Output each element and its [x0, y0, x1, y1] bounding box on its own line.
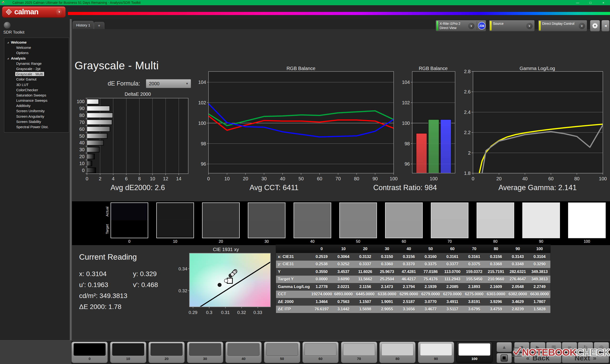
- table-cell: 1.2778: [311, 285, 332, 289]
- section-label: Analysis: [11, 56, 26, 60]
- svg-text:96: 96: [405, 161, 410, 167]
- pattern-patch-50[interactable]: 50: [264, 342, 300, 363]
- pattern-patch-40[interactable]: 40: [225, 342, 262, 363]
- table-cell: 0.3360: [376, 262, 398, 267]
- display-control-dropdown[interactable]: Direct Display Control ▼: [538, 20, 587, 31]
- sidebar-item-grayscale-multi[interactable]: Grayscale - Multi: [4, 71, 69, 77]
- source-dropdown[interactable]: Source ▼: [489, 20, 535, 31]
- pattern-patch-60[interactable]: 60: [302, 342, 338, 363]
- pattern-patch-90[interactable]: 90: [418, 342, 454, 363]
- table-cell: 46.4217: [398, 277, 420, 282]
- patch-swatch: [74, 343, 105, 356]
- stat-avg-cct: Avg CCT: 6411: [249, 183, 299, 192]
- source-chevron-down-icon[interactable]: ▼: [526, 23, 532, 29]
- pattern-patch-70[interactable]: 70: [341, 342, 377, 363]
- pattern-patch-100[interactable]: 100: [456, 342, 493, 363]
- table-cell: 0.3064: [332, 254, 354, 259]
- sidebar-item-options[interactable]: Options: [4, 50, 69, 55]
- meter-dropdown[interactable]: X-Rite i1Pro 2 Direct View ▼ 238: [436, 20, 486, 31]
- swatch-target: [340, 220, 376, 238]
- svg-text:100: 100: [389, 176, 397, 181]
- pattern-patch-30[interactable]: 30: [187, 342, 223, 363]
- record-icon[interactable]: ◎: [594, 342, 609, 352]
- tree-expander-icon[interactable]: ◢: [7, 56, 9, 61]
- grayscale-swatch-strip: Actual Target 0102030405060708090100: [72, 201, 610, 245]
- add-tab-button[interactable]: +: [94, 22, 104, 29]
- maximize-button[interactable]: □: [587, 1, 594, 4]
- swatch-actual: [523, 203, 559, 220]
- grayscale-swatch-30: [248, 203, 286, 238]
- display-control-chevron-down-icon[interactable]: ▼: [579, 23, 585, 29]
- pattern-patch-10[interactable]: 10: [110, 342, 146, 363]
- stat-average-gamma: Average Gamma: 2.141: [498, 183, 577, 192]
- table-cell: 3.0770: [420, 299, 441, 304]
- stop-icon[interactable]: ■: [514, 342, 530, 352]
- pattern-patch-20[interactable]: 20: [148, 342, 185, 363]
- grayscale-swatch-50: [339, 203, 377, 238]
- swatch-actual: [386, 203, 422, 220]
- sidebar-item-grayscale-2pt[interactable]: Grayscale - 2pt: [4, 66, 69, 71]
- sidebar-item-screen-angularity[interactable]: Screen Angularity: [4, 114, 69, 119]
- sidebar-item-color-gamut[interactable]: Color Gamut: [4, 77, 69, 82]
- refresh-icon[interactable]: ↻: [578, 342, 593, 352]
- table-cell: 2.1156: [354, 285, 376, 289]
- de-formula-dropdown[interactable]: 2000 ▼: [146, 79, 191, 88]
- tab-history[interactable]: History 1: [73, 21, 94, 29]
- patch-swatch: [189, 343, 221, 356]
- sidebar-item-colorchecker[interactable]: ColorChecker: [4, 87, 69, 93]
- logo-dropdown-arrow-icon[interactable]: ▼: [56, 8, 63, 15]
- sidebar-item-spectral-power-dist-[interactable]: Spectral Power Dist.: [4, 124, 69, 130]
- next-chevron-icon: »: [593, 354, 596, 362]
- settings-button[interactable]: [590, 20, 600, 31]
- svg-text:20: 20: [79, 154, 85, 159]
- sidebar-item-welcome[interactable]: Welcome: [4, 45, 69, 50]
- table-cell: 25.9673: [376, 269, 398, 274]
- de-formula-label: dE Formula:: [108, 80, 140, 87]
- infinity-icon[interactable]: ∞: [562, 342, 577, 352]
- table-cell: 1.5698: [354, 307, 376, 312]
- table-cell: 0.0000: [311, 277, 332, 282]
- swatch-target: [248, 220, 285, 238]
- meter-chevron-down-icon[interactable]: ▼: [468, 23, 474, 29]
- pattern-bar: 0102030405060708090100▲■▶▥∞↻◎«BackNext»: [0, 341, 610, 364]
- minimize-button[interactable]: —: [574, 1, 581, 4]
- grayscale-swatch-90: [522, 203, 560, 238]
- table-cell: 0.3375: [420, 262, 441, 267]
- svg-text:50: 50: [298, 176, 304, 181]
- table-row: ΔE ITP76.61973.14421.56982.90553.16563.4…: [276, 306, 550, 313]
- svg-text:30: 30: [79, 147, 85, 152]
- svg-text:0.31: 0.31: [221, 310, 230, 315]
- sidebar-item-screen-stability[interactable]: Screen Stability: [4, 119, 69, 124]
- table-column-header: 10: [332, 247, 354, 251]
- chart-icon[interactable]: ▥: [546, 342, 561, 352]
- sidebar-section-welcome[interactable]: ◢Welcome: [4, 40, 69, 45]
- pattern-window-button[interactable]: [497, 353, 512, 363]
- table-cell: 6630.0000: [529, 292, 550, 297]
- sidebar-item-dynamic-range[interactable]: Dynamic Range: [4, 61, 69, 66]
- pattern-patch-80[interactable]: 80: [379, 342, 415, 363]
- sidebar-item-3d-lut[interactable]: 3D LUT: [4, 82, 69, 87]
- back-button[interactable]: «Back: [514, 353, 561, 363]
- patch-label: 0: [72, 357, 107, 361]
- item-label: Grayscale - Multi: [15, 72, 44, 76]
- next-button[interactable]: Next»: [562, 353, 609, 363]
- table-column-header: 90: [507, 247, 529, 251]
- pattern-patch-0[interactable]: 0: [71, 342, 108, 363]
- close-button[interactable]: ×: [600, 1, 607, 4]
- panel-collapse-icon[interactable]: ◀: [601, 20, 610, 31]
- sidebar-section-analysis[interactable]: ◢Analysis: [4, 56, 69, 61]
- measured-point-100: [224, 279, 228, 283]
- sidebar-item-luminance-sweeps[interactable]: Luminance Sweeps: [4, 98, 69, 103]
- patch-swatch: [381, 343, 414, 356]
- svg-text:70: 70: [336, 176, 341, 181]
- play-icon[interactable]: ▶: [530, 342, 545, 352]
- table-row-label: Y: [276, 269, 311, 274]
- pattern-window-up-icon[interactable]: ▲: [497, 342, 512, 352]
- sidebar-orb-button[interactable]: [4, 22, 11, 29]
- sidebar-item-additivity[interactable]: Additivity: [4, 103, 69, 108]
- calman-logo-button[interactable]: calman ▼: [2, 6, 66, 18]
- bar-blue: [441, 120, 451, 173]
- sidebar-item-saturation-sweeps[interactable]: Saturation Sweeps: [4, 93, 69, 98]
- sidebar-item-screen-uniformity[interactable]: Screen Uniformity: [4, 108, 69, 114]
- tree-expander-icon[interactable]: ◢: [7, 40, 9, 45]
